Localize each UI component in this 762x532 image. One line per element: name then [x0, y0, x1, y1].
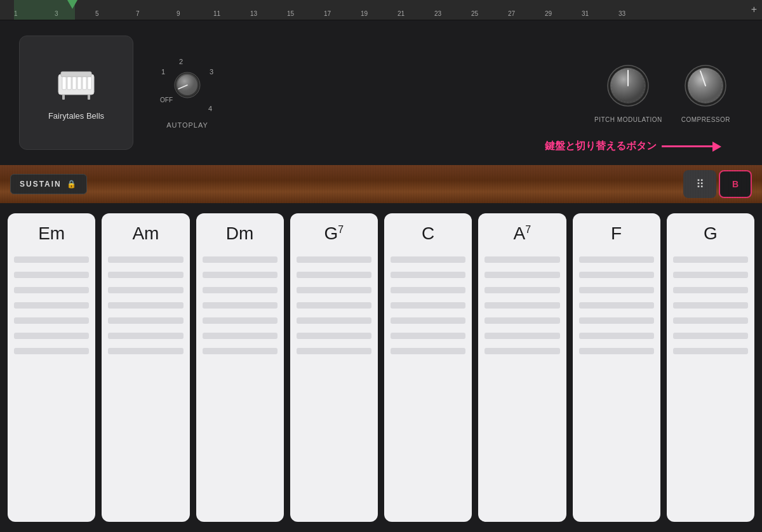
- chord-sup-a7: 7: [525, 224, 531, 235]
- autoplay-knob[interactable]: [173, 71, 201, 99]
- pitch-modulation-knob[interactable]: [605, 63, 651, 109]
- stripe: [579, 317, 654, 324]
- tl-29: 29: [545, 10, 552, 17]
- chord-pad-f[interactable]: F: [573, 213, 660, 522]
- playhead-marker: [67, 0, 77, 9]
- sustain-button[interactable]: SUSTAIN 🔒: [10, 174, 87, 194]
- svg-rect-1: [61, 72, 91, 77]
- keys-mode-button[interactable]: B: [719, 170, 752, 198]
- chord-pad-am[interactable]: Am: [102, 213, 189, 522]
- stripe: [485, 256, 559, 263]
- autoplay-label-1: 1: [161, 68, 165, 76]
- svg-rect-9: [88, 95, 90, 100]
- stripe: [579, 333, 654, 339]
- stripe: [391, 317, 465, 324]
- svg-rect-2: [62, 77, 66, 90]
- stripe: [108, 317, 183, 324]
- tl-21: 21: [398, 10, 404, 17]
- tl-15: 15: [287, 10, 294, 17]
- chord-pad-em[interactable]: Em: [8, 213, 95, 522]
- right-knobs: PITCH MODULATION: [594, 63, 730, 123]
- stripe: [391, 287, 465, 293]
- stripe: [108, 333, 183, 339]
- svg-rect-5: [77, 77, 81, 90]
- stripe: [391, 333, 465, 339]
- chords-area: Em Am: [0, 203, 762, 532]
- chord-name-g7: G7: [324, 223, 344, 244]
- tl-3: 3: [55, 10, 58, 17]
- chord-stripes-em: [8, 251, 95, 522]
- stripe: [14, 287, 89, 293]
- chord-pad-c[interactable]: C: [384, 213, 472, 522]
- stripe: [203, 333, 277, 339]
- svg-rect-6: [83, 77, 86, 90]
- stripe: [14, 317, 89, 324]
- chord-stripes-c: [384, 251, 472, 522]
- svg-rect-7: [88, 77, 91, 90]
- stripe: [203, 317, 277, 324]
- chord-pad-a7[interactable]: A7: [478, 213, 566, 522]
- stripe: [203, 348, 277, 354]
- autoplay-control: 1 2 3 4 OFF: [159, 57, 216, 129]
- chord-name-a7: A7: [514, 223, 531, 244]
- chords-mode-button[interactable]: ⠿: [683, 170, 716, 198]
- compressor-control: COMPRESSOR: [681, 63, 730, 123]
- stripe: [297, 272, 371, 278]
- tl-25: 25: [471, 10, 478, 17]
- sustain-label: SUSTAIN: [20, 180, 62, 189]
- autoplay-label-4: 4: [208, 105, 212, 112]
- stripe: [579, 348, 654, 354]
- chord-stripes-f: [573, 251, 660, 522]
- stripe: [485, 287, 559, 293]
- tl-11: 11: [213, 10, 220, 17]
- add-timeline-button[interactable]: +: [751, 4, 757, 15]
- stripe: [391, 302, 465, 309]
- stripe: [391, 256, 465, 263]
- tl-1: 1: [14, 10, 18, 17]
- stripe: [14, 256, 89, 263]
- stripe: [297, 348, 371, 354]
- pitch-modulation-control: PITCH MODULATION: [594, 63, 662, 123]
- stripe: [14, 302, 89, 309]
- instrument-icon: [51, 65, 102, 103]
- chord-stripes-am: [102, 251, 189, 522]
- chord-pad-g[interactable]: G: [667, 213, 754, 522]
- autoplay-label-2: 2: [179, 58, 183, 65]
- stripe: [108, 348, 183, 354]
- bells-svg: [53, 68, 99, 101]
- stripe: [14, 333, 89, 339]
- instrument-card[interactable]: Fairytales Bells: [19, 36, 133, 150]
- stripe: [108, 256, 183, 263]
- stripe: [14, 348, 89, 354]
- stripe: [579, 272, 654, 278]
- instrument-name: Fairytales Bells: [48, 111, 104, 121]
- stripe: [297, 256, 371, 263]
- stripe: [108, 302, 183, 309]
- stripe: [673, 302, 748, 309]
- stripe: [108, 272, 183, 278]
- tl-9: 9: [177, 10, 180, 17]
- stripe: [297, 287, 371, 293]
- chord-sup-g7: 7: [338, 224, 344, 235]
- chord-pad-g7[interactable]: G7: [290, 213, 378, 522]
- chords-icon: ⠿: [696, 177, 704, 191]
- stripe: [673, 272, 748, 278]
- stripe: [485, 272, 559, 278]
- tl-7: 7: [136, 10, 140, 17]
- lock-icon: 🔒: [67, 180, 77, 189]
- mode-buttons: ⠿ B: [683, 170, 752, 198]
- chord-name-em: Em: [38, 223, 65, 244]
- pitch-modulation-label: PITCH MODULATION: [594, 116, 662, 123]
- stripe: [14, 272, 89, 278]
- chord-pad-dm[interactable]: Dm: [196, 213, 284, 522]
- annotation: 鍵盤と切り替えるボタン: [545, 140, 721, 153]
- compressor-label: COMPRESSOR: [681, 116, 730, 123]
- compressor-knob[interactable]: [683, 63, 728, 109]
- stripe: [203, 287, 277, 293]
- tl-23: 23: [434, 10, 441, 17]
- annotation-arrow: [662, 142, 721, 152]
- chord-stripes-g7: [290, 251, 378, 522]
- autoplay-label-3: 3: [210, 68, 213, 76]
- wood-panel: SUSTAIN 🔒 ⠿ B: [0, 165, 762, 203]
- chord-name-am: Am: [132, 223, 159, 244]
